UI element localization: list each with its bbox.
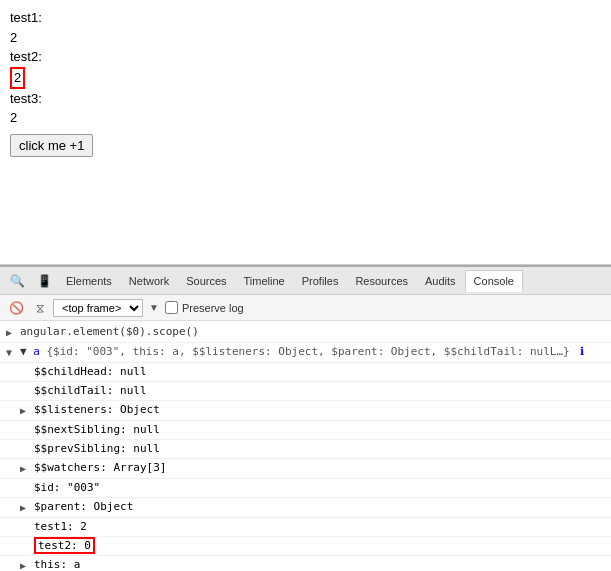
- tab-profiles[interactable]: Profiles: [294, 271, 348, 291]
- parent-arrow[interactable]: ▶: [20, 499, 34, 516]
- console-line-childtail: $$childTail: null: [0, 382, 611, 401]
- preserve-log-label: Preserve log: [182, 302, 244, 314]
- test1-label: test1:: [10, 8, 601, 28]
- devtools-tabs: 🔍 📱 Elements Network Sources Timeline Pr…: [0, 267, 611, 295]
- tab-network[interactable]: Network: [121, 271, 178, 291]
- console-content[interactable]: ▶ angular.element($0).scope() ▼ ▼ a {$id…: [0, 321, 611, 571]
- childtail-arrow: [20, 383, 34, 384]
- test1-arrow: [20, 519, 34, 520]
- childhead-arrow: [20, 364, 34, 365]
- search-icon[interactable]: 🔍: [4, 270, 31, 292]
- tab-sources[interactable]: Sources: [178, 271, 235, 291]
- listeners-arrow[interactable]: ▶: [20, 402, 34, 419]
- console-line-listeners: ▶ $$listeners: Object: [0, 401, 611, 421]
- test1-value: 2: [10, 28, 601, 48]
- test3-value: 2: [10, 108, 601, 128]
- preserve-log-area: Preserve log: [165, 301, 244, 314]
- console-line-parent: ▶ $parent: Object: [0, 498, 611, 518]
- console-line-nextsibling: $$nextSibling: null: [0, 421, 611, 440]
- tab-elements[interactable]: Elements: [58, 271, 121, 291]
- test3-label: test3:: [10, 89, 601, 109]
- childtail-text: $$childTail: null: [34, 383, 605, 399]
- frame-selector[interactable]: <top frame>: [53, 299, 143, 317]
- watchers-text: $$watchers: Array[3]: [34, 460, 605, 476]
- click-me-button[interactable]: click me +1: [10, 134, 93, 157]
- console-line-id: $id: "003": [0, 479, 611, 498]
- tab-timeline[interactable]: Timeline: [236, 271, 294, 291]
- nextsibling-text: $$nextSibling: null: [34, 422, 605, 438]
- console-line-childhead: $$childHead: null: [0, 363, 611, 382]
- mobile-icon[interactable]: 📱: [31, 270, 58, 292]
- object-arrow[interactable]: ▼: [6, 344, 20, 361]
- this-text: this: a: [34, 557, 605, 571]
- filter-icon[interactable]: ⧖: [33, 299, 47, 317]
- prevsibling-arrow: [20, 441, 34, 442]
- preserve-log-checkbox[interactable]: [165, 301, 178, 314]
- test2-console-text: test2: 0: [34, 538, 605, 554]
- devtools-panel: 🔍 📱 Elements Network Sources Timeline Pr…: [0, 265, 611, 571]
- nextsibling-arrow: [20, 422, 34, 423]
- console-line-test2: test2: 0: [0, 537, 611, 556]
- object-text: ▼ a {$id: "003", this: a, $$listeners: O…: [20, 344, 605, 360]
- listeners-text: $$listeners: Object: [34, 402, 605, 418]
- console-line-watchers: ▶ $$watchers: Array[3]: [0, 459, 611, 479]
- id-arrow: [20, 480, 34, 481]
- frame-arrow-icon[interactable]: ▼: [149, 302, 159, 313]
- watchers-arrow[interactable]: ▶: [20, 460, 34, 477]
- test2-arrow: [20, 538, 34, 539]
- info-icon[interactable]: ℹ: [580, 345, 584, 358]
- test2-value: 2: [10, 67, 601, 89]
- parent-text: $parent: Object: [34, 499, 605, 515]
- console-line-this: ▶ this: a: [0, 556, 611, 571]
- test2-label: test2:: [10, 47, 601, 67]
- page-area: test1: 2 test2: 2 test3: 2 click me +1: [0, 0, 611, 265]
- clear-console-icon[interactable]: 🚫: [6, 299, 27, 317]
- id-text: $id: "003": [34, 480, 605, 496]
- command-arrow: ▶: [6, 324, 20, 341]
- childhead-text: $$childHead: null: [34, 364, 605, 380]
- tab-audits[interactable]: Audits: [417, 271, 465, 291]
- prevsibling-text: $$prevSibling: null: [34, 441, 605, 457]
- console-line-command: ▶ angular.element($0).scope(): [0, 323, 611, 343]
- tab-console[interactable]: Console: [465, 270, 523, 292]
- console-line-object: ▼ ▼ a {$id: "003", this: a, $$listeners:…: [0, 343, 611, 363]
- this-arrow[interactable]: ▶: [20, 557, 34, 571]
- console-line-prevsibling: $$prevSibling: null: [0, 440, 611, 459]
- command-text: angular.element($0).scope(): [20, 324, 605, 340]
- console-line-test1: test1: 2: [0, 518, 611, 537]
- console-toolbar: 🚫 ⧖ <top frame> ▼ Preserve log: [0, 295, 611, 321]
- test1-console-text: test1: 2: [34, 519, 605, 535]
- tab-resources[interactable]: Resources: [347, 271, 417, 291]
